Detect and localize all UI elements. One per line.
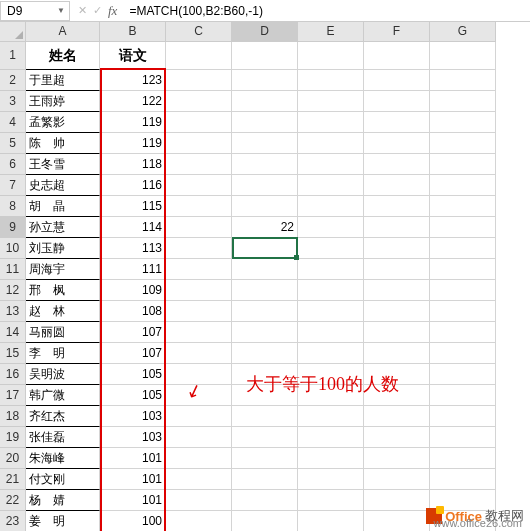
row-header-19[interactable]: 19 xyxy=(0,427,26,448)
cell-score[interactable]: 115 xyxy=(100,196,166,217)
cell[interactable] xyxy=(298,490,364,511)
cell[interactable] xyxy=(364,406,430,427)
cell[interactable]: 22 xyxy=(232,217,298,238)
cell[interactable] xyxy=(364,364,430,385)
cell-score[interactable]: 101 xyxy=(100,448,166,469)
cell[interactable] xyxy=(430,175,496,196)
cell[interactable] xyxy=(298,343,364,364)
row-header-1[interactable]: 1 xyxy=(0,42,26,70)
cell[interactable] xyxy=(430,217,496,238)
cell[interactable] xyxy=(430,301,496,322)
header-name[interactable]: 姓名 xyxy=(26,42,100,70)
row-header-20[interactable]: 20 xyxy=(0,448,26,469)
cell[interactable] xyxy=(364,91,430,112)
cell-name[interactable]: 吴明波 xyxy=(26,364,100,385)
cell[interactable] xyxy=(298,448,364,469)
cell[interactable] xyxy=(298,175,364,196)
cell[interactable] xyxy=(430,91,496,112)
cell[interactable] xyxy=(298,259,364,280)
cell[interactable] xyxy=(232,448,298,469)
cell[interactable] xyxy=(232,469,298,490)
cell-name[interactable]: 付文刚 xyxy=(26,469,100,490)
row-header-2[interactable]: 2 xyxy=(0,70,26,91)
cell-score[interactable]: 119 xyxy=(100,112,166,133)
cell[interactable] xyxy=(298,91,364,112)
cell[interactable] xyxy=(298,385,364,406)
cell-name[interactable]: 赵 林 xyxy=(26,301,100,322)
cell[interactable] xyxy=(232,511,298,531)
cell[interactable] xyxy=(298,511,364,531)
row-header-4[interactable]: 4 xyxy=(0,112,26,133)
cell[interactable] xyxy=(364,217,430,238)
cell[interactable] xyxy=(430,448,496,469)
cell-score[interactable]: 116 xyxy=(100,175,166,196)
cell[interactable] xyxy=(430,280,496,301)
header-score[interactable]: 语文 xyxy=(100,42,166,70)
cell[interactable] xyxy=(166,322,232,343)
cell[interactable] xyxy=(298,364,364,385)
cell[interactable] xyxy=(298,70,364,91)
cell[interactable] xyxy=(166,112,232,133)
cell[interactable] xyxy=(430,42,496,70)
cell[interactable] xyxy=(166,133,232,154)
cell[interactable] xyxy=(166,301,232,322)
name-box[interactable]: D9 ▼ xyxy=(0,1,70,21)
cell[interactable] xyxy=(364,511,430,531)
cell-name[interactable]: 刘玉静 xyxy=(26,238,100,259)
row-header-3[interactable]: 3 xyxy=(0,91,26,112)
cell-score[interactable]: 101 xyxy=(100,490,166,511)
cell[interactable] xyxy=(364,238,430,259)
cell-name[interactable]: 姜 明 xyxy=(26,511,100,531)
cell[interactable] xyxy=(430,259,496,280)
cell[interactable] xyxy=(232,154,298,175)
cell[interactable] xyxy=(232,427,298,448)
cell[interactable] xyxy=(364,259,430,280)
cell[interactable] xyxy=(430,385,496,406)
row-header-13[interactable]: 13 xyxy=(0,301,26,322)
cell[interactable] xyxy=(364,112,430,133)
cell[interactable] xyxy=(298,238,364,259)
cell[interactable] xyxy=(166,469,232,490)
row-header-22[interactable]: 22 xyxy=(0,490,26,511)
cell-name[interactable]: 邢 枫 xyxy=(26,280,100,301)
row-header-6[interactable]: 6 xyxy=(0,154,26,175)
cell[interactable] xyxy=(166,427,232,448)
cell[interactable] xyxy=(232,385,298,406)
confirm-icon[interactable]: ✓ xyxy=(93,4,102,17)
cell-name[interactable]: 于里超 xyxy=(26,70,100,91)
cell-name[interactable]: 杨 婧 xyxy=(26,490,100,511)
cell[interactable] xyxy=(298,280,364,301)
col-header-E[interactable]: E xyxy=(298,22,364,42)
cell-score[interactable]: 107 xyxy=(100,343,166,364)
cell-name[interactable]: 李 明 xyxy=(26,343,100,364)
cell-score[interactable]: 113 xyxy=(100,238,166,259)
formula-input[interactable]: =MATCH(100,B2:B60,-1) xyxy=(125,1,530,21)
cell[interactable] xyxy=(364,70,430,91)
cell[interactable] xyxy=(430,133,496,154)
row-header-12[interactable]: 12 xyxy=(0,280,26,301)
cell[interactable] xyxy=(166,385,232,406)
cell-name[interactable]: 王雨婷 xyxy=(26,91,100,112)
cell[interactable] xyxy=(364,175,430,196)
cell-name[interactable]: 孙立慧 xyxy=(26,217,100,238)
row-header-10[interactable]: 10 xyxy=(0,238,26,259)
cell[interactable] xyxy=(232,238,298,259)
cell[interactable] xyxy=(232,301,298,322)
cell-score[interactable]: 101 xyxy=(100,469,166,490)
row-header-11[interactable]: 11 xyxy=(0,259,26,280)
cell-name[interactable]: 韩广微 xyxy=(26,385,100,406)
cell[interactable] xyxy=(298,133,364,154)
cell[interactable] xyxy=(364,343,430,364)
cell[interactable] xyxy=(430,70,496,91)
row-header-14[interactable]: 14 xyxy=(0,322,26,343)
cell[interactable] xyxy=(232,322,298,343)
cell[interactable] xyxy=(166,175,232,196)
cell-name[interactable]: 孟繁影 xyxy=(26,112,100,133)
cell[interactable] xyxy=(364,280,430,301)
cell[interactable] xyxy=(430,343,496,364)
cell-name[interactable]: 陈 帅 xyxy=(26,133,100,154)
col-header-D[interactable]: D xyxy=(232,22,298,42)
row-header-8[interactable]: 8 xyxy=(0,196,26,217)
cell[interactable] xyxy=(364,133,430,154)
cell-score[interactable]: 105 xyxy=(100,364,166,385)
